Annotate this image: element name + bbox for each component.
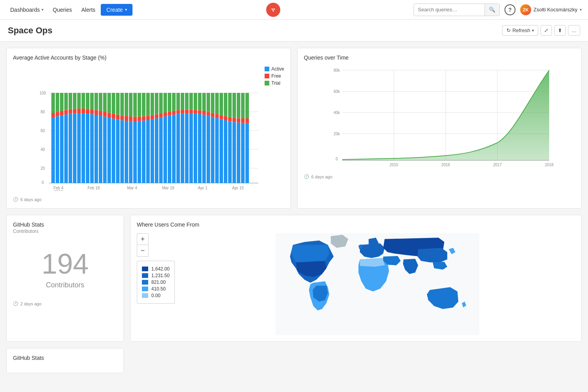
world-map-container (180, 233, 575, 335)
svg-rect-132 (211, 93, 214, 113)
svg-rect-120 (194, 93, 197, 110)
svg-rect-72 (125, 93, 128, 116)
area-chart-svg: 80k 60k 40k 20k 0 (304, 66, 575, 168)
nav-alerts[interactable]: Alerts (78, 4, 100, 15)
svg-rect-152 (241, 118, 245, 123)
svg-text:2016: 2016 (441, 163, 450, 167)
svg-rect-60 (107, 93, 111, 113)
svg-rect-32 (69, 109, 72, 114)
svg-text:Apr 1: Apr 1 (198, 186, 207, 190)
svg-rect-53 (99, 111, 102, 116)
svg-rect-52 (99, 116, 102, 183)
svg-rect-104 (172, 111, 176, 115)
share-icon: ⬆ (558, 27, 562, 33)
map-layout: + − 1,642.00 1,231.50 (137, 233, 575, 335)
svg-rect-109 (181, 114, 184, 183)
svg-rect-107 (176, 110, 180, 114)
svg-rect-89 (151, 115, 154, 120)
search-input[interactable] (414, 7, 485, 13)
third-row: GitHub Stats (6, 348, 582, 373)
map-legend-item-2: 1,231.50 (142, 273, 170, 278)
bar-chart-footer: 🕐 6 days ago (13, 197, 284, 202)
svg-rect-58 (107, 118, 111, 183)
search-button[interactable]: 🔍 (485, 4, 499, 16)
svg-text:80: 80 (40, 110, 45, 114)
user-chevron-icon: ▾ (580, 7, 582, 12)
user-menu[interactable]: ZK Zsolti Kocsmárszky ▾ (520, 4, 582, 15)
svg-text:40: 40 (40, 147, 45, 152)
world-map-svg (180, 233, 575, 335)
svg-rect-43 (86, 114, 89, 183)
svg-rect-138 (220, 93, 223, 115)
search-box[interactable]: 🔍 (414, 4, 500, 16)
svg-rect-146 (232, 118, 236, 122)
svg-rect-136 (220, 119, 223, 183)
share-button[interactable]: ⬆ (554, 25, 566, 36)
svg-rect-90 (151, 93, 154, 115)
svg-text:2015: 2015 (390, 163, 399, 167)
clock-icon-2: 🕐 (304, 174, 309, 179)
zoom-out-button[interactable]: − (137, 245, 149, 257)
china (417, 248, 447, 262)
nav-dashboards[interactable]: Dashboards ▾ (6, 4, 47, 15)
fullscreen-button[interactable]: ⤢ (541, 25, 552, 36)
svg-rect-44 (86, 109, 89, 114)
svg-rect-39 (77, 93, 81, 109)
svg-rect-91 (155, 118, 158, 183)
svg-rect-35 (73, 109, 76, 113)
svg-rect-139 (224, 120, 227, 183)
page-title: Space Ops (8, 25, 53, 36)
nav-queries[interactable]: Queries (49, 4, 76, 15)
map-zoom-controls: + − (137, 233, 175, 257)
github-subtitle: Contributors (13, 229, 117, 234)
refresh-button[interactable]: ↻ Refresh ▾ (502, 25, 538, 36)
svg-rect-154 (245, 123, 249, 183)
svg-rect-50 (94, 110, 98, 115)
svg-rect-69 (120, 93, 124, 116)
top-row: Average Active Accounts by Stage (%) Act… (6, 48, 582, 209)
svg-rect-28 (64, 114, 68, 183)
svg-rect-25 (60, 115, 64, 183)
svg-rect-65 (116, 115, 120, 120)
create-button[interactable]: Create ▾ (101, 4, 132, 16)
svg-rect-87 (146, 93, 150, 116)
svg-rect-38 (77, 109, 81, 113)
more-button[interactable]: … (568, 25, 580, 36)
legend-color-4 (142, 287, 148, 291)
svg-point-0 (270, 6, 277, 13)
svg-rect-100 (168, 115, 171, 183)
svg-rect-126 (202, 93, 206, 111)
zoom-in-button[interactable]: + (137, 233, 149, 245)
github-stats-2-title: GitHub Stats (13, 355, 117, 361)
create-chevron-icon: ▾ (125, 7, 127, 12)
svg-text:0: 0 (42, 180, 44, 185)
legend-trial: Trial (265, 80, 284, 86)
svg-text:Feb 18: Feb 18 (87, 186, 100, 190)
refresh-dropdown-icon: ▾ (532, 28, 534, 33)
help-button[interactable]: ? (505, 4, 515, 15)
svg-rect-123 (198, 93, 201, 110)
svg-rect-125 (202, 111, 206, 115)
svg-rect-54 (99, 93, 102, 111)
svg-text:20: 20 (40, 166, 45, 171)
svg-rect-141 (224, 93, 227, 116)
svg-rect-62 (112, 114, 115, 118)
github-stats-2-card: GitHub Stats (6, 348, 124, 373)
github-value: 194 (13, 250, 117, 278)
svg-rect-19 (51, 117, 55, 183)
svg-text:100: 100 (40, 91, 46, 95)
dashboards-chevron-icon: ▾ (42, 7, 44, 12)
svg-rect-140 (224, 116, 227, 120)
svg-rect-56 (103, 112, 107, 116)
map-controls-section: + − 1,642.00 1,231.50 (137, 233, 175, 335)
svg-rect-64 (116, 120, 120, 183)
svg-text:20k: 20k (334, 132, 340, 136)
map-legend-item-4: 410.50 (142, 286, 170, 292)
map-card: Where Users Come From + − 1,642.00 (130, 215, 582, 342)
svg-text:Apr 15: Apr 15 (232, 186, 244, 190)
svg-rect-27 (60, 93, 64, 111)
svg-rect-150 (237, 93, 240, 118)
svg-rect-151 (241, 123, 245, 183)
svg-text:2017: 2017 (493, 163, 502, 167)
user-avatar: ZK (520, 4, 531, 15)
